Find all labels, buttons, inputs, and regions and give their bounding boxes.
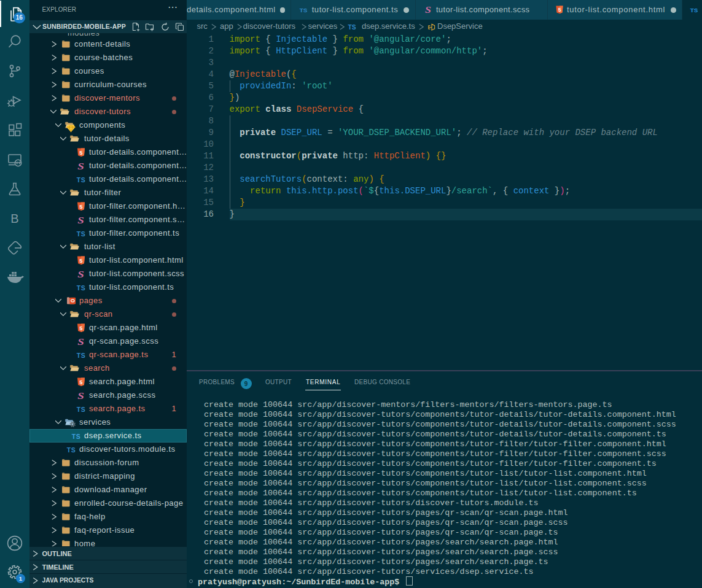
svg-text:5: 5 — [79, 325, 82, 331]
svg-text:TS: TS — [77, 230, 85, 237]
svg-text:S: S — [77, 337, 84, 346]
svg-text:S: S — [77, 391, 84, 400]
svg-text:5: 5 — [558, 6, 561, 12]
svg-text:S: S — [77, 161, 84, 171]
svg-text:5: 5 — [79, 203, 82, 209]
svg-text:5: 5 — [79, 379, 82, 385]
svg-text:TS: TS — [72, 432, 80, 439]
svg-text:TS: TS — [348, 24, 356, 31]
svg-text:TS: TS — [690, 6, 698, 13]
svg-text:5: 5 — [79, 257, 82, 263]
svg-text:TS: TS — [67, 446, 76, 453]
svg-text:TS: TS — [77, 351, 85, 358]
svg-text:S: S — [425, 6, 431, 14]
svg-text:TS: TS — [299, 6, 307, 13]
svg-text:S: S — [77, 269, 84, 279]
svg-text:TS: TS — [77, 284, 85, 291]
svg-text:B: B — [10, 212, 18, 225]
svg-text:S: S — [77, 215, 84, 225]
svg-text:5: 5 — [79, 149, 82, 155]
svg-text:TS: TS — [77, 405, 85, 412]
svg-text:TS: TS — [77, 176, 85, 183]
